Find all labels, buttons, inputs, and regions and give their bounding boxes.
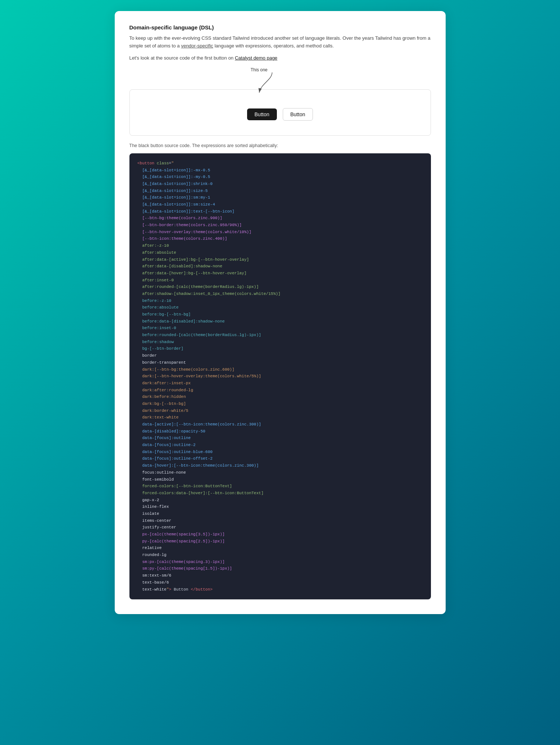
code-description: The black button source code. The expres… <box>129 143 431 148</box>
intro-text: Let's look at the source code of the fir… <box>129 55 431 61</box>
main-card: Domain-specific language (DSL) To keep u… <box>115 11 446 614</box>
page-title: Domain-specific language (DSL) <box>129 24 431 31</box>
vendor-link[interactable]: vendor-specific <box>181 43 213 49</box>
light-button[interactable]: Button <box>283 108 313 121</box>
button-demo-box: Button Button <box>129 89 431 136</box>
this-one-label: This one <box>251 67 268 72</box>
button-demo-wrapper: This one Button Button <box>129 67 431 136</box>
arrow-annotation <box>257 72 287 95</box>
code-block: <button class=" [&_[data-slot=icon]]:-mx… <box>129 153 431 599</box>
section-description: To keep up with the ever-evolving CSS st… <box>129 34 431 50</box>
dark-button[interactable]: Button <box>247 108 277 120</box>
catalyst-demo-link[interactable]: Catalyst demo page <box>235 55 278 61</box>
